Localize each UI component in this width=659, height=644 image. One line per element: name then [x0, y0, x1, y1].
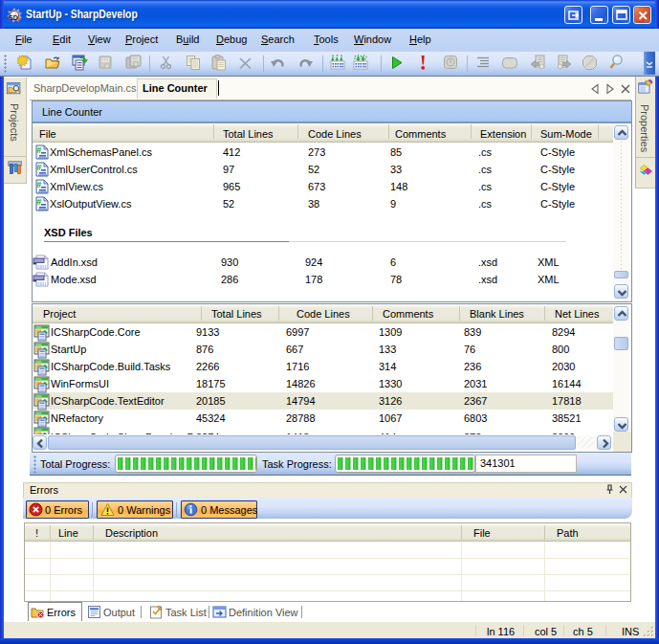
svg-text:#: #: [36, 145, 41, 155]
svg-text:#: #: [36, 180, 41, 189]
svg-text:#: #: [36, 197, 41, 207]
svg-text:#: #: [36, 163, 41, 172]
svg-text:SD: SD: [9, 14, 18, 21]
